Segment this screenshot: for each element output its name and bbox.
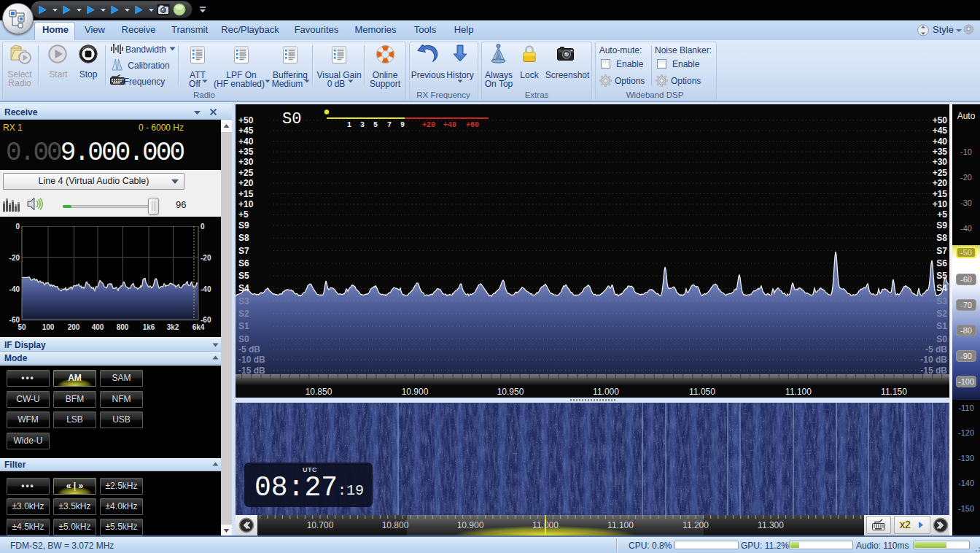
svg-text:S1: S1 [238,321,249,331]
svg-text:+45: +45 [238,125,254,136]
svg-text:S4: S4 [936,283,947,293]
svg-text:S0: S0 [238,334,249,344]
svg-text:S9: S9 [238,220,249,231]
svg-text:+30: +30 [933,157,948,167]
svg-text:+5: +5 [238,209,249,220]
svg-text:+20: +20 [238,178,254,188]
svg-text:+5: +5 [937,209,947,220]
svg-text:+20: +20 [422,121,435,129]
svg-text:+50: +50 [238,115,254,125]
svg-text:+10: +10 [933,199,948,209]
svg-text:S1: S1 [936,321,947,331]
svg-text:S5: S5 [238,271,249,281]
svg-text:S8: S8 [238,233,249,243]
svg-text:S7: S7 [936,246,947,256]
svg-text:S6: S6 [238,258,249,268]
svg-text:5: 5 [373,121,378,129]
svg-text:+25: +25 [238,168,254,178]
svg-text:+10: +10 [238,199,254,209]
svg-text:3: 3 [360,121,365,129]
svg-text:S7: S7 [238,246,249,256]
svg-text:+35: +35 [238,147,254,157]
svg-text:+35: +35 [933,147,948,157]
svg-text:S4: S4 [238,283,249,293]
svg-text:+60: +60 [466,121,479,129]
svg-text:+40: +40 [238,136,254,147]
svg-text:-10 dB: -10 dB [920,355,947,365]
svg-text:S2: S2 [936,309,947,319]
svg-text:S3: S3 [936,296,947,306]
svg-text:+40: +40 [933,136,948,147]
svg-text:-15 dB: -15 dB [920,366,947,374]
svg-text:S3: S3 [238,296,249,306]
svg-text:+50: +50 [933,115,948,125]
svg-text:1: 1 [347,121,351,129]
svg-text:S8: S8 [936,233,947,243]
svg-text:-10 dB: -10 dB [238,355,265,365]
svg-text:+40: +40 [443,121,456,129]
svg-text:S9: S9 [936,220,947,231]
svg-text:S2: S2 [238,309,249,319]
svg-text:S0: S0 [282,110,301,128]
svg-text:9: 9 [400,121,405,129]
svg-text:S5: S5 [936,271,947,281]
svg-text:+20: +20 [933,178,948,188]
svg-text:-15 dB: -15 dB [238,366,265,374]
svg-text:+30: +30 [238,157,254,167]
svg-text:-5 dB: -5 dB [238,344,260,355]
svg-text:-5 dB: -5 dB [925,344,947,355]
svg-text:+45: +45 [933,125,948,136]
svg-text:S6: S6 [936,258,947,268]
svg-text:+15: +15 [933,189,948,199]
svg-text:+25: +25 [933,168,948,178]
svg-text:7: 7 [387,121,392,129]
svg-text:S0: S0 [936,334,947,344]
svg-text:+15: +15 [238,189,254,199]
